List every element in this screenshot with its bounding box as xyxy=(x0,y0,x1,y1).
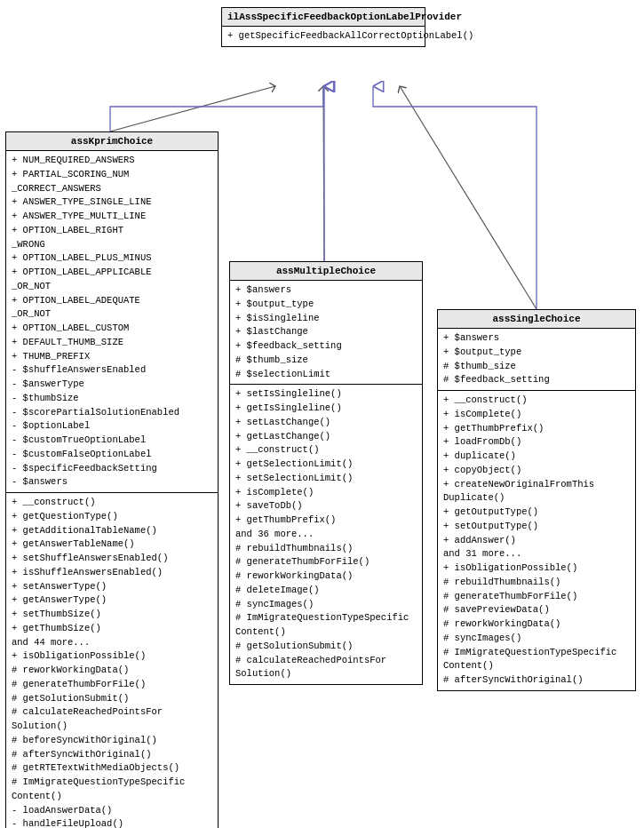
svg-line-1 xyxy=(323,86,324,261)
box-section-assSingleChoice-methods: + __construct() + isComplete() + getThum… xyxy=(438,391,635,690)
box-header-assSingleChoice: assSingleChoice xyxy=(438,310,635,329)
box-assKprimChoice: assKprimChoice + NUM_REQUIRED_ANSWERS + … xyxy=(5,131,219,828)
box-section-assSingleChoice-fields: + $answers + $output_type # $thumb_size … xyxy=(438,329,635,391)
box-header-assMultipleChoice: assMultipleChoice xyxy=(230,262,422,281)
box-section-assMultipleChoice-fields: + $answers + $output_type + $isSinglelin… xyxy=(230,281,422,385)
diagram-container: ilAssSpecificFeedbackOptionLabelProvider… xyxy=(0,0,644,828)
box-assSingleChoice: assSingleChoice + $answers + $output_typ… xyxy=(437,309,636,691)
box-header-assKprimChoice: assKprimChoice xyxy=(6,132,218,151)
box-section-assKprimChoice-fields: + NUM_REQUIRED_ANSWERS + PARTIAL_SCORING… xyxy=(6,151,218,493)
svg-line-0 xyxy=(110,86,275,131)
box-section-assKprimChoice-methods: + __construct() + getQuestionType() + ge… xyxy=(6,493,218,828)
box-ilAssSpecificFeedbackOptionLabelProvider: ilAssSpecificFeedbackOptionLabelProvider… xyxy=(221,7,425,47)
box-assMultipleChoice: assMultipleChoice + $answers + $output_t… xyxy=(229,261,423,685)
box-section-assMultipleChoice-methods: + setIsSingleline() + getIsSingleline() … xyxy=(230,385,422,684)
box-header-ilAssSpecificFeedbackOptionLabelProvider: ilAssSpecificFeedbackOptionLabelProvider xyxy=(222,8,425,27)
box-section-ilAssSpecificFeedbackOptionLabelProvider-methods: + getSpecificFeedbackAllCorrectOptionLab… xyxy=(222,27,425,46)
